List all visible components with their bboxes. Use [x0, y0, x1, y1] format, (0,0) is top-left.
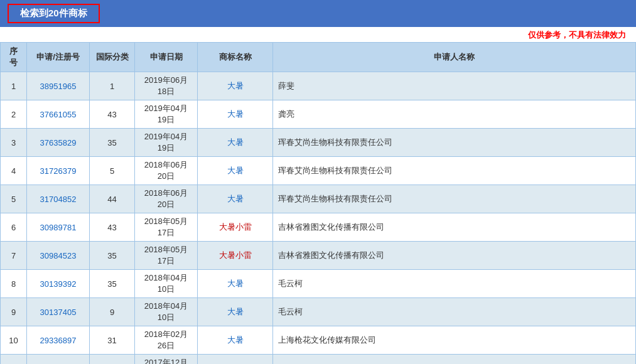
cell-intclass: 35 [90, 242, 135, 270]
cell-appno: 30137405 [27, 298, 90, 326]
trademark-link[interactable]: 大暑 [227, 307, 244, 316]
cell-applicant: 珲春艾尚生物科技有限责任公司 [273, 157, 636, 185]
cell-date: 2018年06月20日 [135, 185, 198, 213]
cell-appno: 29336897 [27, 326, 90, 355]
cell-applicant: 毛云柯 [273, 270, 636, 298]
cell-appno: 37635829 [27, 129, 90, 157]
cell-seq: 2 [1, 100, 27, 129]
cell-applicant: 青岛清原抗性杂草防治有限公司 [273, 355, 636, 365]
appno-link[interactable]: 31704852 [40, 195, 77, 204]
cell-trademark: 大暑 [198, 129, 273, 157]
cell-date: 2017年12月21日 [135, 355, 198, 365]
cell-date: 2019年04月19日 [135, 129, 198, 157]
cell-appno: 30989781 [27, 213, 90, 242]
cell-trademark: 大暑 [198, 326, 273, 355]
cell-date: 2019年06月18日 [135, 72, 198, 100]
page-wrapper: 检索到20件商标 仅供参考，不具有法律效力 序号 申请/注册号 国际分类 申请日… [0, 0, 636, 364]
cell-applicant: 毛云柯 [273, 298, 636, 326]
table-row: 237661055432019年04月19日大暑龚亮 [1, 100, 636, 129]
cell-applicant: 龚亮 [273, 100, 636, 129]
col-appno-header: 申请/注册号 [27, 43, 90, 72]
appno-link[interactable]: 30137405 [40, 308, 77, 317]
table-header-row: 序号 申请/注册号 国际分类 申请日期 商标名称 申请人名称 [1, 43, 636, 72]
cell-appno: 30139392 [27, 270, 90, 298]
cell-seq: 7 [1, 242, 27, 270]
cell-seq: 8 [1, 270, 27, 298]
cell-applicant: 吉林省雅图文化传播有限公司 [273, 213, 636, 242]
cell-date: 2018年05月17日 [135, 242, 198, 270]
col-applicant-header: 申请人名称 [273, 43, 636, 72]
cell-trademark: 大暑小雷 [198, 213, 273, 242]
cell-intclass: 9 [90, 298, 135, 326]
cell-seq: 1 [1, 72, 27, 100]
header-bar: 检索到20件商标 [0, 0, 636, 27]
table-row: 730984523352018年05月17日大暑小雷吉林省雅图文化传播有限公司 [1, 242, 636, 270]
cell-trademark: 大暑 [198, 72, 273, 100]
cell-date: 2018年05月17日 [135, 213, 198, 242]
trademark-link[interactable]: 大暑 [227, 335, 244, 345]
appno-link[interactable]: 30139392 [40, 279, 77, 289]
cell-seq: 5 [1, 185, 27, 213]
trademark-link[interactable]: 大暑 [227, 137, 244, 147]
table-row: 531704852442018年06月20日大暑珲春艾尚生物科技有限责任公司 [1, 185, 636, 213]
cell-applicant: 吉林省雅图文化传播有限公司 [273, 242, 636, 270]
trademark-link[interactable]: 大暑小雷 [219, 222, 252, 232]
table-row: 43172637952018年06月20日大暑珲春艾尚生物科技有限责任公司 [1, 157, 636, 185]
col-date-header: 申请日期 [135, 43, 198, 72]
search-result-box: 检索到20件商标 [8, 4, 100, 23]
cell-date: 2019年04月19日 [135, 100, 198, 129]
disclaimer: 仅供参考，不具有法律效力 [0, 27, 636, 42]
cell-seq: 9 [1, 298, 27, 326]
appno-link[interactable]: 38951965 [40, 82, 77, 91]
cell-trademark: 大暑 [198, 270, 273, 298]
cell-date: 2018年04月10日 [135, 298, 198, 326]
table-row: 630989781432018年05月17日大暑小雷吉林省雅图文化传播有限公司 [1, 213, 636, 242]
cell-seq: 3 [1, 129, 27, 157]
trademark-link[interactable]: 大暑小雷 [219, 250, 252, 260]
cell-seq: 6 [1, 213, 27, 242]
cell-trademark: 大暑 [198, 355, 273, 365]
cell-applicant: 上海枪花文化传媒有限公司 [273, 326, 636, 355]
cell-date: 2018年02月26日 [135, 326, 198, 355]
cell-seq: 10 [1, 326, 27, 355]
trademark-link[interactable]: 大暑 [227, 279, 244, 288]
cell-intclass: 31 [90, 326, 135, 355]
cell-appno: 38951965 [27, 72, 90, 100]
trademark-link[interactable]: 大暑 [227, 109, 244, 119]
cell-applicant: 珲春艾尚生物科技有限责任公司 [273, 185, 636, 213]
cell-seq: 11 [1, 355, 27, 365]
cell-intclass: 35 [90, 270, 135, 298]
appno-link[interactable]: 30984523 [40, 251, 77, 260]
table-row: 1029336897312018年02月26日大暑上海枪花文化传媒有限公司 [1, 326, 636, 355]
cell-appno: 37661055 [27, 100, 90, 129]
cell-appno: 30984523 [27, 242, 90, 270]
table-row: 337635829352019年04月19日大暑珲春艾尚生物科技有限责任公司 [1, 129, 636, 157]
appno-link[interactable]: 37661055 [40, 110, 77, 119]
cell-intclass: 35 [90, 129, 135, 157]
trademark-link[interactable]: 大暑 [227, 81, 244, 90]
cell-intclass: 44 [90, 185, 135, 213]
cell-date: 2018年06月20日 [135, 157, 198, 185]
cell-applicant: 薛斐 [273, 72, 636, 100]
col-seq-header: 序号 [1, 43, 27, 72]
cell-intclass: 5 [90, 355, 135, 365]
cell-appno: 28247146 [27, 355, 90, 365]
trademark-link[interactable]: 大暑 [227, 166, 244, 175]
table-row: 93013740592018年04月10日大暑毛云柯 [1, 298, 636, 326]
table-row: 112824714652017年12月21日大暑青岛清原抗性杂草防治有限公司 [1, 355, 636, 365]
cell-intclass: 43 [90, 213, 135, 242]
cell-date: 2018年04月10日 [135, 270, 198, 298]
trademark-table: 序号 申请/注册号 国际分类 申请日期 商标名称 申请人名称 138951965… [0, 42, 636, 364]
cell-applicant: 珲春艾尚生物科技有限责任公司 [273, 129, 636, 157]
trademark-link[interactable]: 大暑 [227, 194, 244, 203]
appno-link[interactable]: 37635829 [40, 138, 77, 147]
cell-trademark: 大暑小雷 [198, 242, 273, 270]
appno-link[interactable]: 29336897 [40, 336, 77, 345]
table-row: 13895196512019年06月18日大暑薛斐 [1, 72, 636, 100]
appno-link[interactable]: 30989781 [40, 223, 77, 232]
appno-link[interactable]: 31726379 [40, 166, 77, 176]
cell-intclass: 43 [90, 100, 135, 129]
table-row: 830139392352018年04月10日大暑毛云柯 [1, 270, 636, 298]
cell-intclass: 1 [90, 72, 135, 100]
cell-intclass: 5 [90, 157, 135, 185]
